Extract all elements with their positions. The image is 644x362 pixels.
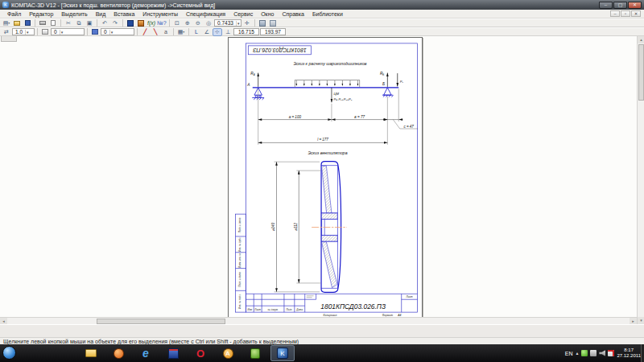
print-preview-button[interactable] bbox=[48, 19, 58, 27]
titleblock-doc-number: 1801КПСД03.026.ПЗ bbox=[320, 302, 386, 311]
doc-restore-button[interactable]: ▫ bbox=[621, 10, 630, 17]
antivirus-tray-icon[interactable] bbox=[581, 350, 588, 356]
redo-button[interactable]: ↷ bbox=[110, 19, 120, 27]
svg-text:l = 177: l = 177 bbox=[317, 138, 328, 142]
cut-button[interactable]: ✂ bbox=[64, 19, 73, 27]
menu-window[interactable]: Окно bbox=[257, 11, 278, 17]
menu-libraries[interactable]: Библиотеки bbox=[308, 11, 347, 17]
ortho-button[interactable]: ⊥ bbox=[223, 28, 233, 36]
volume-tray-icon[interactable] bbox=[599, 350, 605, 356]
network-tray-icon[interactable] bbox=[590, 350, 597, 356]
layer-state-icon[interactable] bbox=[90, 28, 100, 36]
angle-snap-button[interactable]: ∠ bbox=[202, 28, 212, 36]
cursor-x-field[interactable]: 16.715 bbox=[233, 28, 259, 35]
cursor-x-value: 16.715 bbox=[238, 29, 254, 35]
erase-pencil2-icon[interactable]: ╲ bbox=[151, 28, 160, 36]
zoom-all-button[interactable]: ◎ bbox=[204, 19, 213, 27]
grid-button[interactable]: ▦▾ bbox=[176, 28, 186, 36]
horizontal-scrollbar[interactable]: ◂ ▸ bbox=[0, 317, 637, 324]
language-indicator[interactable]: EN bbox=[565, 351, 573, 356]
start-button[interactable] bbox=[2, 346, 16, 360]
taskbar-kompas-button[interactable]: K bbox=[270, 345, 295, 361]
taskbar-orange-app-button[interactable]: A bbox=[216, 345, 240, 361]
vertical-scrollbar[interactable]: ▴ ▾ bbox=[637, 36, 644, 324]
svg-text:Б: Б bbox=[382, 82, 385, 86]
taskbar-opera-button[interactable]: O bbox=[188, 345, 213, 361]
cursor-y-field[interactable]: 193.97 bbox=[260, 28, 286, 35]
pan-button[interactable]: ✛ bbox=[242, 19, 252, 27]
paste-button[interactable]: ▣ bbox=[85, 19, 94, 27]
taskbar-green-app-button[interactable] bbox=[243, 345, 267, 361]
copy-button[interactable]: ⧉ bbox=[74, 19, 84, 27]
statusbar: Щелкните левой кнопкой мыши на объекте д… bbox=[0, 337, 644, 344]
local-csys-button[interactable]: L bbox=[192, 28, 201, 36]
erase-pencil-icon[interactable]: ╱ bbox=[140, 28, 150, 36]
scroll-up-arrow[interactable]: ▴ bbox=[638, 36, 644, 43]
properties-button[interactable] bbox=[126, 19, 135, 27]
system-tray: EN ▲ 8:17 27.12.2011 bbox=[565, 344, 641, 362]
current-layer-combo[interactable]: 0▾ bbox=[51, 28, 85, 35]
text-cursor-icon[interactable]: a bbox=[161, 28, 171, 36]
menu-help[interactable]: Справка bbox=[278, 11, 308, 17]
undo-button[interactable]: ↶ bbox=[100, 19, 109, 27]
svg-text:a = 100: a = 100 bbox=[289, 115, 302, 119]
reference-button[interactable] bbox=[268, 19, 278, 27]
menu-tools[interactable]: Инструменты bbox=[138, 11, 182, 17]
menu-editor[interactable]: Редактор bbox=[25, 11, 57, 17]
svg-text:в = 77: в = 77 bbox=[354, 115, 365, 119]
hidden-icons-chevron[interactable]: ▲ bbox=[575, 351, 579, 356]
svg-text:Подп.: Подп. bbox=[286, 308, 292, 311]
save-button[interactable] bbox=[23, 19, 32, 27]
marking-button[interactable] bbox=[136, 19, 146, 27]
current-style-combo[interactable]: 1.0▾ bbox=[12, 28, 35, 35]
line-style-icon: ⇄ bbox=[2, 28, 11, 36]
menu-view[interactable]: Вид bbox=[92, 11, 110, 17]
svg-text:с = 47: с = 47 bbox=[403, 125, 414, 129]
menu-insert[interactable]: Вставка bbox=[109, 11, 138, 17]
help-pointer-button[interactable]: №? bbox=[157, 19, 167, 27]
tray-clock[interactable]: 8:17 27.12.2011 bbox=[617, 348, 641, 359]
taskbar-mediaplayer-button[interactable] bbox=[106, 345, 130, 361]
minimize-button[interactable]: – bbox=[599, 2, 613, 9]
green-app-icon bbox=[250, 348, 260, 359]
floppy-disk-icon bbox=[168, 348, 179, 359]
menu-file[interactable]: Файл bbox=[3, 11, 25, 17]
open-button[interactable] bbox=[12, 19, 22, 27]
svg-text:P= P₁+P₂+P₃: P= P₁+P₂+P₃ bbox=[333, 97, 352, 101]
fan-section[interactable] bbox=[312, 162, 347, 293]
svg-text:RА: RА bbox=[250, 72, 254, 76]
menu-select[interactable]: Выделить bbox=[57, 11, 91, 17]
menu-specification[interactable]: Спецификация bbox=[182, 11, 229, 17]
beam-schematic[interactable] bbox=[252, 73, 398, 103]
current-step-combo[interactable]: 0▾ bbox=[101, 28, 134, 35]
doc-minimize-button[interactable]: – bbox=[610, 10, 620, 17]
drawing-canvas[interactable]: Подп. и дата Инв. № дубл. Взам. инв. № П… bbox=[0, 36, 637, 324]
taskbar-ie-button[interactable]: e bbox=[134, 345, 158, 361]
close-button[interactable]: ✕ bbox=[628, 2, 642, 9]
svg-text:Лист: Лист bbox=[254, 308, 261, 311]
restore-button[interactable]: ▢ bbox=[613, 2, 627, 9]
zoom-window-button[interactable]: ⊡ bbox=[172, 19, 182, 27]
horizontal-scroll-thumb[interactable] bbox=[97, 319, 225, 324]
snap-toggle-button[interactable]: ⊹ bbox=[213, 28, 222, 36]
taskbar-explorer-button[interactable] bbox=[79, 345, 103, 361]
zoom-in-button[interactable]: ⊕ bbox=[183, 19, 192, 27]
new-document-button[interactable]: ▤▾ bbox=[2, 19, 11, 27]
print-button[interactable] bbox=[38, 19, 47, 27]
vertical-scroll-thumb[interactable] bbox=[638, 44, 644, 101]
variables-button[interactable]: f(x) bbox=[147, 19, 156, 27]
show-desktop-button[interactable] bbox=[641, 344, 644, 362]
drawing-sheet[interactable]: Подп. и дата Инв. № дубл. Взам. инв. № П… bbox=[228, 37, 423, 319]
zoom-out-button[interactable]: ⊖ bbox=[193, 19, 203, 27]
document-tab[interactable] bbox=[1, 36, 17, 42]
zoom-scale-combo[interactable]: 0.7433▾ bbox=[214, 19, 242, 27]
menu-service[interactable]: Сервис bbox=[229, 11, 257, 17]
svg-text:Инв. № подл.: Инв. № подл. bbox=[238, 294, 242, 309]
doc-close-button[interactable]: ✕ bbox=[631, 10, 641, 17]
scroll-down-arrow[interactable]: ▾ bbox=[638, 317, 644, 324]
kompas-3d-window: K КОМПАС-3D V12 - [Эскиз к подш. вентиля… bbox=[0, 0, 644, 362]
rebuild-button[interactable] bbox=[258, 19, 267, 27]
property-panel bbox=[0, 324, 644, 337]
taskbar-disk-app-button[interactable] bbox=[161, 345, 185, 361]
action-center-flag-icon[interactable] bbox=[608, 350, 614, 356]
